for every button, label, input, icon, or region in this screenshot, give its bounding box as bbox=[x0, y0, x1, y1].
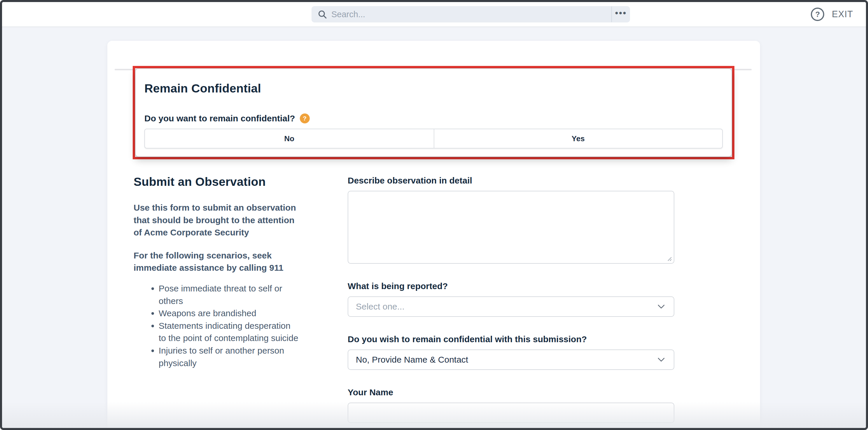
page-background: Remain Confidential Do you want to remai… bbox=[2, 27, 866, 428]
top-bar: ••• ? EXIT bbox=[2, 2, 866, 27]
chevron-down-icon bbox=[656, 357, 666, 363]
reported-select[interactable]: Select one... bbox=[348, 297, 674, 317]
form-card: Remain Confidential Do you want to remai… bbox=[107, 41, 760, 428]
name-input[interactable] bbox=[356, 403, 666, 422]
section-title: Remain Confidential bbox=[144, 82, 723, 95]
no-button[interactable]: No bbox=[145, 129, 434, 148]
describe-textarea[interactable] bbox=[348, 191, 674, 264]
list-item: Injuries to self or another person physi… bbox=[159, 344, 299, 369]
more-options-button[interactable]: ••• bbox=[612, 6, 630, 23]
form-warning: For the following scenarios, seek immedi… bbox=[133, 249, 299, 274]
form-intro-column: Submit an Observation Use this form to s… bbox=[133, 175, 299, 369]
list-item: Statements indicating desperation to the… bbox=[159, 320, 299, 344]
list-item: Pose immediate threat to self or others bbox=[159, 282, 299, 307]
help-badge-icon[interactable]: ? bbox=[300, 114, 310, 123]
confidential-section: Remain Confidential Do you want to remai… bbox=[135, 68, 732, 157]
yes-button[interactable]: Yes bbox=[434, 129, 722, 148]
form-fields-column: Describe observation in detail What is b… bbox=[348, 176, 674, 430]
chevron-down-icon bbox=[656, 303, 666, 310]
describe-label: Describe observation in detail bbox=[348, 176, 674, 186]
top-bar-actions: ? EXIT bbox=[811, 2, 853, 27]
describe-field-group: Describe observation in detail bbox=[348, 176, 674, 264]
scenario-list: Pose immediate threat to self or others … bbox=[133, 282, 299, 369]
confidential-field-group: Do you wish to remain confidential with … bbox=[348, 334, 674, 370]
exit-button[interactable]: EXIT bbox=[832, 9, 853, 20]
reported-select-value: Select one... bbox=[356, 302, 656, 312]
search-bar: ••• bbox=[311, 6, 630, 23]
form-title: Submit an Observation bbox=[133, 175, 299, 189]
name-input-wrap bbox=[348, 403, 674, 423]
confidential-label: Do you wish to remain confidential with … bbox=[348, 334, 674, 344]
search-input[interactable] bbox=[331, 6, 611, 23]
ellipsis-icon: ••• bbox=[615, 9, 627, 20]
name-label: Your Name bbox=[348, 388, 674, 397]
confidential-select-value: No, Provide Name & Contact bbox=[356, 355, 656, 365]
confidential-select[interactable]: No, Provide Name & Contact bbox=[348, 349, 674, 370]
search-icon bbox=[317, 9, 327, 19]
resize-handle-icon[interactable] bbox=[666, 255, 672, 262]
help-button[interactable]: ? bbox=[811, 8, 824, 21]
question-mark-icon: ? bbox=[815, 10, 820, 19]
reported-label: What is being reported? bbox=[348, 281, 674, 291]
describe-textarea-wrap bbox=[348, 191, 674, 264]
question-label: Do you want to remain confidential? bbox=[144, 114, 295, 123]
reported-field-group: What is being reported? Select one... bbox=[348, 281, 674, 317]
highlight-annotation-box: Remain Confidential Do you want to remai… bbox=[133, 66, 735, 159]
app-window: ••• ? EXIT Remain Confidential Do you wa… bbox=[0, 0, 868, 430]
form-description: Use this form to submit an observation t… bbox=[133, 202, 299, 239]
confidential-choice-group: No Yes bbox=[144, 129, 723, 149]
name-field-group: Your Name bbox=[348, 388, 674, 423]
question-row: Do you want to remain confidential? ? bbox=[144, 114, 723, 123]
list-item: Weapons are brandished bbox=[159, 307, 299, 320]
